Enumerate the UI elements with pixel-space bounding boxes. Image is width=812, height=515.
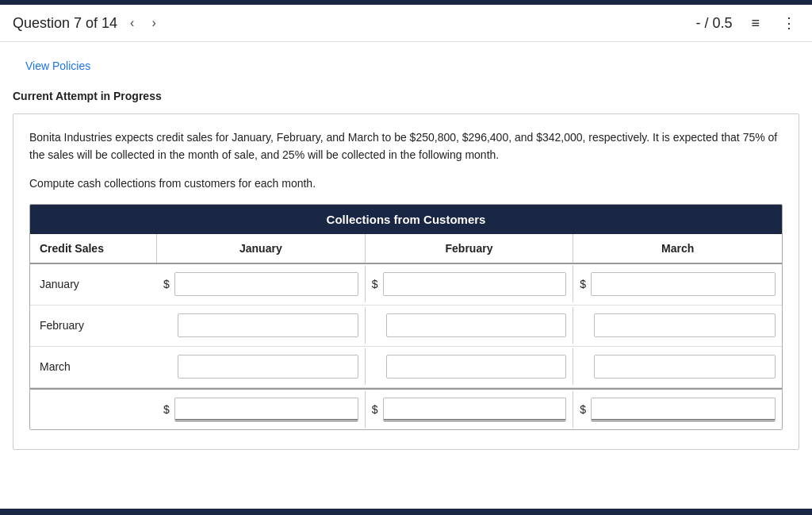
question-box: Bonita Industries expects credit sales f…: [13, 113, 799, 450]
dollar-sign-jan-feb: $: [372, 278, 380, 290]
view-policies-link[interactable]: View Policies: [13, 50, 103, 75]
input-total-jan[interactable]: [174, 398, 358, 421]
row-label-march: March: [30, 352, 157, 381]
cell-jan-jan: $: [157, 266, 366, 302]
table-row-february: February: [30, 306, 782, 347]
input-feb-feb[interactable]: [386, 313, 567, 337]
col-header-march: March: [573, 234, 782, 263]
input-mar-mar[interactable]: [594, 355, 776, 379]
list-icon-button[interactable]: ≡: [748, 13, 763, 33]
input-mar-jan[interactable]: [178, 355, 358, 379]
prev-button[interactable]: ‹: [125, 14, 139, 32]
dollar-sign-jan-mar: $: [580, 278, 588, 290]
dollar-sign-total-feb: $: [372, 403, 380, 416]
cell-mar-feb: [366, 348, 574, 385]
col-header-february: February: [366, 234, 574, 263]
attempt-label: Current Attempt in Progress: [13, 90, 799, 102]
score-label: - / 0.5: [695, 15, 732, 32]
row-label-january: January: [30, 270, 157, 298]
total-cell-feb: $: [366, 391, 574, 428]
col-headers: Credit Sales January February March: [30, 234, 782, 264]
cell-feb-mar: [573, 307, 782, 344]
table-row-january: January $ $ $: [30, 264, 782, 306]
question-text: Bonita Industries expects credit sales f…: [29, 129, 783, 164]
input-jan-feb[interactable]: [383, 272, 567, 296]
cell-feb-feb: [366, 307, 574, 344]
next-button[interactable]: ›: [147, 14, 160, 32]
input-jan-jan[interactable]: [174, 272, 358, 296]
input-feb-jan[interactable]: [178, 313, 358, 337]
total-row: $ $ $: [30, 388, 782, 429]
dollar-sign-total-mar: $: [580, 403, 588, 416]
table-title: Collections from Customers: [30, 205, 782, 234]
col-header-credit-sales: Credit Sales: [30, 234, 157, 263]
input-mar-feb[interactable]: [386, 355, 567, 379]
question-label: Question 7 of 14: [13, 15, 117, 32]
cell-jan-feb: $: [366, 266, 574, 302]
collections-table: Collections from Customers Credit Sales …: [29, 204, 783, 430]
input-total-mar[interactable]: [591, 398, 776, 421]
dollar-sign-jan-jan: $: [163, 278, 171, 290]
input-feb-mar[interactable]: [594, 313, 776, 337]
total-row-label: [30, 402, 157, 417]
row-label-february: February: [30, 311, 157, 340]
content: View Policies Current Attempt in Progres…: [0, 42, 812, 474]
bottom-bar: [0, 509, 812, 515]
cell-mar-jan: [157, 348, 366, 385]
dollar-sign-total-jan: $: [163, 403, 171, 416]
table-row-march: March: [30, 347, 782, 388]
compute-text: Compute cash collections from customers …: [29, 177, 783, 190]
col-header-january: January: [157, 234, 366, 263]
total-cell-jan: $: [157, 391, 366, 428]
cell-jan-mar: $: [573, 266, 782, 302]
input-total-feb[interactable]: [383, 398, 567, 421]
cell-mar-mar: [573, 348, 782, 385]
header-left: Question 7 of 14 ‹ ›: [13, 14, 161, 32]
more-options-button[interactable]: ⋮: [779, 13, 799, 33]
header-right: - / 0.5 ≡ ⋮: [695, 13, 799, 33]
input-jan-mar[interactable]: [591, 272, 776, 296]
total-cell-mar: $: [573, 391, 782, 428]
header: Question 7 of 14 ‹ › - / 0.5 ≡ ⋮: [0, 5, 812, 42]
cell-feb-jan: [157, 307, 366, 344]
